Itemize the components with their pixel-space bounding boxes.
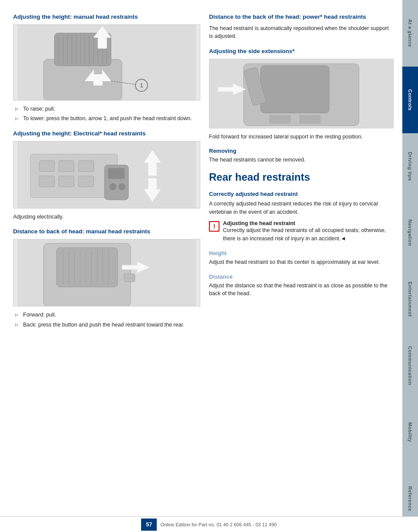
bullet-item: Back: press the button and push the head… — [15, 321, 200, 329]
sidebar-item-driving-tips[interactable]: Driving tips — [402, 133, 418, 200]
sidebar-item-entertainment[interactable]: Entertainment — [402, 266, 418, 333]
warning-icon: ! — [209, 221, 219, 232]
sidebar-label: At a glance — [408, 19, 413, 47]
right-section1-title: Distance to the back of the head: power*… — [209, 13, 394, 21]
svg-rect-27 — [78, 176, 94, 187]
section1-title: Adjusting the height: manual head restra… — [13, 13, 200, 21]
height-text: Adjust the head restraint so that its ce… — [209, 258, 394, 266]
right-section1-text: The head restraint is automatically repo… — [209, 24, 394, 41]
right-section2-caption: Fold forward for increased lateral suppo… — [209, 133, 394, 141]
page-container: Adjusting the height: manual head restra… — [0, 0, 418, 532]
correctly-adjusted-title: Correctly adjusted head restraint — [209, 191, 394, 197]
sidebar-item-controls[interactable]: Controls — [402, 67, 418, 133]
sidebar-label: Entertainment — [408, 282, 413, 317]
section-electrical-height: Adjusting the height: Electrical* head r… — [13, 130, 200, 221]
sidebar-label: Mobility — [408, 422, 413, 442]
svg-rect-47 — [124, 274, 135, 282]
svg-rect-25 — [39, 176, 54, 187]
sidebar-label: Reference — [408, 486, 413, 512]
svg-point-31 — [118, 183, 125, 190]
section-rear-head-restraints: Rear head restraints — [209, 171, 394, 184]
correctly-adjusted-text: A correctly adjusted head restraint redu… — [209, 200, 394, 216]
svg-rect-24 — [78, 161, 94, 172]
sidebar: At a glance Controls Driving tips Naviga… — [402, 0, 418, 532]
warning-content: Adjusting the head restraint Correctly a… — [223, 220, 394, 243]
distance-title: Distance — [209, 273, 394, 280]
svg-rect-29 — [108, 168, 125, 179]
height-title: Height — [209, 250, 394, 256]
section1-bullets: To raise: pull. To lower: press the butt… — [13, 105, 200, 123]
warning-block: ! Adjusting the head restraint Correctly… — [209, 220, 394, 243]
section3-title: Distance to back of head: manual head re… — [13, 228, 200, 236]
sidebar-label: Driving tips — [408, 152, 413, 181]
right-section2-title: Adjusting the side extensions* — [209, 47, 394, 55]
section2-caption: Adjusting electrically. — [13, 213, 200, 221]
sidebar-label: Communication — [408, 346, 413, 385]
footer-text: Online Edition for Part no. 01 40 2 606 … — [160, 522, 276, 527]
section-side-extensions: Adjusting the side extensions* — [209, 47, 394, 141]
section3-bullets: Forward: pull. Back: press the button an… — [13, 311, 200, 329]
svg-rect-22 — [39, 161, 54, 172]
svg-rect-23 — [59, 161, 74, 172]
section-distance-manual: Distance to back of head: manual head re… — [13, 228, 200, 329]
sidebar-item-at-a-glance[interactable]: At a glance — [402, 0, 418, 67]
svg-rect-53 — [269, 115, 290, 124]
warning-text: Correctly adjust the head restraints of … — [223, 226, 394, 243]
section-correctly-adjusted: Correctly adjusted head restraint A corr… — [209, 191, 394, 243]
main-content: Adjusting the height: manual head restra… — [0, 0, 402, 532]
sidebar-item-communication[interactable]: Communication — [402, 333, 418, 399]
sidebar-label: Controls — [408, 89, 413, 111]
section-height: Height Adjust the head restraint so that… — [209, 250, 394, 266]
removing-title: Removing — [209, 148, 394, 154]
left-column: Adjusting the height: manual head restra… — [13, 13, 200, 515]
distance-text: Adjust the distance so that the head res… — [209, 282, 394, 298]
page-footer: 57 Online Edition for Part no. 01 40 2 6… — [0, 516, 418, 532]
svg-point-30 — [109, 183, 116, 190]
warning-title: Adjusting the head restraint — [223, 220, 394, 226]
section-manual-height: Adjusting the height: manual head restra… — [13, 13, 200, 123]
image-side-extensions — [209, 59, 394, 128]
section-removing: Removing The head restraints cannot be r… — [209, 148, 394, 164]
svg-rect-50 — [261, 66, 329, 113]
sidebar-item-navigation[interactable]: Navigation — [402, 199, 418, 266]
bullet-item: Forward: pull. — [15, 311, 200, 319]
sidebar-label: Navigation — [408, 219, 413, 246]
image-headrest-manual: 1 — [13, 24, 200, 101]
big-section-title: Rear head restraints — [209, 171, 394, 184]
section2-title: Adjusting the height: Electrical* head r… — [13, 130, 200, 138]
sidebar-item-mobility[interactable]: Mobility — [402, 399, 418, 466]
svg-rect-26 — [59, 176, 74, 187]
section-distance: Distance Adjust the distance so that the… — [209, 273, 394, 298]
bullet-item: To lower: press the button, arrow 1, and… — [15, 114, 200, 123]
bullet-item: To raise: pull. — [15, 105, 200, 113]
svg-text:1: 1 — [140, 82, 143, 89]
image-headrest-electrical — [13, 141, 200, 209]
right-column: Distance to the back of the head: power*… — [209, 13, 394, 515]
page-number: 57 — [141, 519, 157, 531]
svg-rect-54 — [299, 115, 320, 124]
removing-text: The head restraints cannot be removed. — [209, 156, 394, 164]
image-headrest-distance — [13, 239, 200, 306]
section-distance-power: Distance to the back of the head: power*… — [209, 13, 394, 40]
